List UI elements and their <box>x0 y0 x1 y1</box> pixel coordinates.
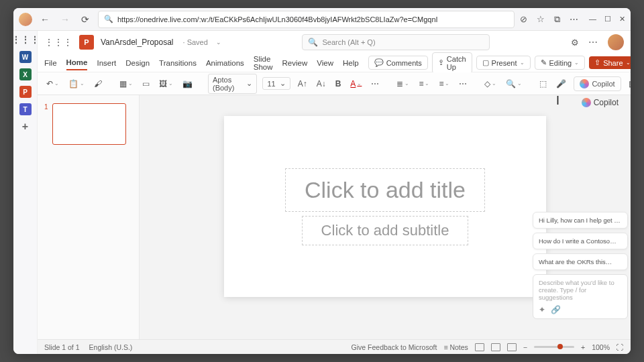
dictate-icon[interactable]: 🎤 <box>554 78 568 90</box>
font-color-button[interactable]: A⌄ <box>348 78 364 90</box>
editor-area: 1 Click to add title Click to add subtit… <box>38 95 631 339</box>
tab-review[interactable]: Review <box>282 56 308 70</box>
layout-button[interactable]: ▭ <box>140 78 152 90</box>
excel-icon[interactable]: X <box>19 68 32 80</box>
catchup-button[interactable]: ⇪ Catch Up <box>432 52 472 74</box>
addins-icon[interactable]: ▦ <box>627 78 631 90</box>
copilot-input[interactable]: Describe what you'd like to create. Type… <box>533 274 628 319</box>
title-placeholder[interactable]: Click to add title <box>285 168 485 212</box>
minimize-button[interactable]: — <box>589 15 596 23</box>
tracking-icon[interactable]: ⊘ <box>520 14 527 24</box>
numbering-button[interactable]: ≡⌄ <box>417 78 431 90</box>
word-icon[interactable]: W <box>19 51 32 63</box>
save-status: · Saved <box>183 38 208 46</box>
photo-button[interactable]: 📷 <box>180 78 195 90</box>
more-para-icon[interactable]: ⋯ <box>457 78 469 90</box>
undo-button[interactable]: ↶⌄ <box>44 78 61 90</box>
bold-button[interactable]: B <box>333 78 343 90</box>
title-chevron-icon[interactable]: ⌄ <box>216 39 221 46</box>
url-text: https://onedrive.live.com/:w:/t/EaCKkPs6… <box>117 15 438 23</box>
increase-font-icon[interactable]: A↑ <box>296 78 309 90</box>
title-bar: ⋮⋮⋮ P VanArsdel_Proposal · Saved ⌄ 🔍 Sea… <box>38 31 631 54</box>
sparkle-icon[interactable]: ✦ <box>539 305 545 314</box>
more-icon[interactable]: ⋯ <box>570 14 578 24</box>
present-button[interactable]: ▢ Present⌄ <box>476 56 531 70</box>
tab-insert[interactable]: Insert <box>97 56 116 70</box>
collections-icon[interactable]: ⧉ <box>554 14 560 25</box>
powerpoint-icon[interactable]: P <box>19 86 32 98</box>
normal-view-icon[interactable] <box>475 343 484 351</box>
format-painter-icon[interactable]: 🖌 <box>92 78 104 90</box>
find-button[interactable]: 🔍⌄ <box>504 78 524 90</box>
slide-canvas[interactable]: Click to add title Click to add subtitle… <box>140 95 631 339</box>
image-button[interactable]: 🖼⌄ <box>157 78 175 90</box>
app-launcher-icon[interactable]: ⋮⋮⋮ <box>19 34 32 46</box>
font-size-select[interactable]: 11⌄ <box>262 77 290 90</box>
document-name[interactable]: VanArsdel_Proposal <box>101 38 174 47</box>
zoom-out-button[interactable]: − <box>523 343 527 351</box>
reading-view-icon[interactable] <box>507 343 517 351</box>
teams-icon[interactable]: T <box>19 103 32 115</box>
waffle-icon[interactable]: ⋮⋮⋮ <box>44 37 72 48</box>
editing-button[interactable]: ✎ Editing⌄ <box>535 56 586 70</box>
bullets-button[interactable]: ≣⌄ <box>394 78 411 90</box>
copilot-pane-header: I Copilot <box>582 98 619 107</box>
shapes-button[interactable]: ◇⌄ <box>482 78 498 90</box>
profile-avatar-icon[interactable] <box>19 13 32 26</box>
tab-file[interactable]: File <box>44 56 57 70</box>
search-icon: 🔍 <box>104 15 113 23</box>
tab-design[interactable]: Design <box>125 56 150 70</box>
window-controls: — ☐ ✕ <box>589 15 625 23</box>
settings-icon[interactable]: ⚙ <box>571 38 579 48</box>
back-button[interactable]: ← <box>38 12 52 27</box>
slide-counter[interactable]: Slide 1 of 1 <box>44 343 80 351</box>
copilot-button[interactable]: Copilot <box>574 76 621 91</box>
tab-slideshow[interactable]: Slide Show <box>254 52 273 74</box>
designer-button[interactable]: ⬚ <box>537 78 549 90</box>
search-input[interactable]: 🔍 Search (Alt + Q) <box>302 34 490 50</box>
notes-button[interactable]: ≡ Notes <box>443 343 468 351</box>
forward-button: → <box>58 12 72 27</box>
slide-thumbnails: 1 <box>38 95 140 339</box>
close-button[interactable]: ✕ <box>619 15 625 23</box>
slide-thumbnail-1[interactable] <box>52 103 126 145</box>
tab-transitions[interactable]: Transitions <box>159 56 197 70</box>
tab-help[interactable]: Help <box>343 56 359 70</box>
paste-button[interactable]: 📋⌄ <box>66 78 87 90</box>
align-button[interactable]: ≡⌄ <box>437 78 451 90</box>
status-bar: Slide 1 of 1 English (U.S.) Give Feedbac… <box>38 339 631 354</box>
text-cursor-icon: I <box>556 95 559 108</box>
tab-animations[interactable]: Animations <box>206 56 244 70</box>
subtitle-placeholder[interactable]: Click to add subtitle <box>302 216 469 245</box>
maximize-button[interactable]: ☐ <box>604 15 611 23</box>
more-font-icon[interactable]: ⋯ <box>369 78 381 90</box>
overflow-icon[interactable]: ⋯ <box>588 37 598 48</box>
favorite-icon[interactable]: ☆ <box>537 14 545 24</box>
refresh-button[interactable]: ⟳ <box>78 12 93 27</box>
feedback-link[interactable]: Give Feedback to Microsoft <box>352 343 437 351</box>
language-status[interactable]: English (U.S.) <box>89 343 133 351</box>
address-bar[interactable]: 🔍 https://onedrive.live.com/:w:/t/EaCKkP… <box>98 11 515 28</box>
tab-view[interactable]: View <box>317 56 333 70</box>
copilot-suggestion-2[interactable]: What are the OKRs this… <box>533 253 628 270</box>
comments-button[interactable]: 💬 Comments <box>368 56 428 70</box>
sorter-view-icon[interactable] <box>491 343 500 351</box>
fit-view-icon[interactable]: ⛶ <box>616 343 624 351</box>
copilot-swirl-icon <box>582 98 591 107</box>
zoom-slider[interactable] <box>534 346 574 348</box>
share-button[interactable]: ⇧ Share⌄ <box>589 56 631 69</box>
zoom-in-button[interactable]: + <box>581 343 585 351</box>
font-select[interactable]: Aptos (Body)⌄ <box>208 74 257 94</box>
search-placeholder: Search (Alt + Q) <box>322 38 375 46</box>
add-app-icon[interactable]: + <box>19 121 32 133</box>
thumb-number: 1 <box>44 103 48 145</box>
new-slide-button[interactable]: ▦⌄ <box>117 78 135 90</box>
copilot-input-placeholder: Describe what you'd like to create. Type… <box>539 279 622 301</box>
zoom-level[interactable]: 100% <box>592 343 610 351</box>
decrease-font-icon[interactable]: A↓ <box>315 78 328 90</box>
chevron-down-icon: ⌄ <box>246 79 252 88</box>
user-avatar-icon[interactable] <box>608 34 624 50</box>
copilot-suggestion-1[interactable]: How do I write a Contoso… <box>533 233 628 249</box>
tab-home[interactable]: Home <box>66 56 88 70</box>
attach-icon[interactable]: 🔗 <box>551 305 561 314</box>
